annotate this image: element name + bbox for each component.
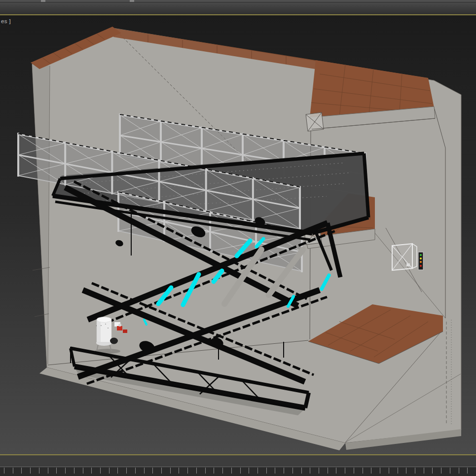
frame-tick (21, 468, 22, 474)
pump-cap (110, 338, 118, 344)
frame-tick (249, 468, 249, 474)
frame-tick (266, 468, 267, 474)
frame-tick (135, 468, 136, 474)
frame-tick (83, 468, 83, 474)
top-toolbar[interactable] (0, 0, 476, 14)
frame-tick (371, 468, 371, 474)
box-latch (406, 263, 410, 266)
indicator-orange (420, 261, 422, 263)
frame-tick (380, 468, 380, 474)
scene-canvas (0, 15, 476, 454)
frame-tick (328, 468, 328, 474)
frame-tick (179, 468, 179, 474)
frame-tick (39, 468, 39, 474)
cropped-toolbar-icon (130, 0, 134, 2)
frame-tick (117, 468, 118, 474)
frame-tick (406, 468, 406, 474)
frame-tick (467, 468, 468, 474)
frame-tick (91, 468, 92, 474)
frame-tick (170, 468, 171, 474)
frame-tick (152, 468, 153, 474)
frame-tick (319, 468, 319, 474)
frame-tick (187, 468, 188, 474)
frame-tick (231, 468, 232, 474)
frame-tick (109, 468, 110, 474)
frame-tick (240, 468, 241, 474)
application-window: es ] (0, 0, 476, 476)
frame-tick (65, 468, 66, 474)
frame-tick (222, 468, 223, 474)
frame-tick (310, 468, 310, 474)
valve-red-block (117, 326, 122, 330)
frame-tick (293, 468, 293, 474)
frame-tick (100, 468, 101, 474)
electrical-box (392, 244, 417, 270)
frame-tick (144, 468, 145, 474)
frame-tick (214, 468, 214, 474)
frame-tick (196, 468, 197, 474)
frame-tick (74, 468, 74, 474)
frame-tick (13, 468, 13, 474)
indicator-green (420, 254, 422, 256)
frame-tick (459, 468, 459, 474)
frame-tick (205, 468, 206, 474)
indicator-red (420, 265, 422, 267)
frame-tick (441, 468, 441, 474)
viewport-label[interactable]: es ] (1, 18, 11, 24)
frame-tick (398, 468, 398, 474)
frame-tick (4, 468, 4, 474)
frame-tick (336, 468, 336, 474)
toolbar-divider (0, 0, 476, 2)
frame-tick (424, 468, 424, 474)
track-bar[interactable] (0, 467, 476, 476)
frame-tick (56, 468, 57, 474)
frame-tick (389, 468, 389, 474)
frame-tick (284, 468, 284, 474)
frame-tick (257, 468, 258, 474)
perspective-viewport[interactable]: es ] (0, 15, 476, 454)
frame-tick (126, 468, 127, 474)
frame-tick (30, 468, 31, 474)
cropped-toolbar-icon (41, 0, 45, 2)
frame-tick (161, 468, 162, 474)
frame-tick (432, 468, 433, 474)
control-strip (418, 252, 423, 270)
frame-tick (354, 468, 354, 474)
frame-tick (450, 468, 450, 474)
frame-tick (345, 468, 345, 474)
frame-tick (48, 468, 48, 474)
frame-tick (275, 468, 275, 474)
frame-tick (301, 468, 302, 474)
frame-tick (363, 468, 363, 474)
indicator-yellow (420, 257, 422, 259)
time-slider-bar[interactable] (0, 455, 476, 467)
frame-tick (415, 468, 415, 474)
